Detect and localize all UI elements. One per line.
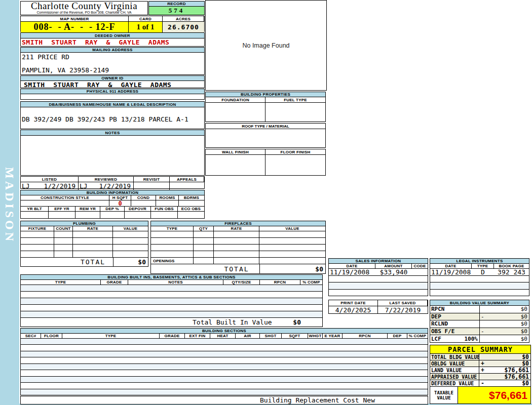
section-empty-row — [21, 357, 428, 363]
card-value: 1 of 1 — [129, 22, 163, 32]
built-ins-total-row: Total Built In Value $0 — [21, 318, 322, 327]
cond-value — [131, 200, 156, 206]
fireplaces-empty-row — [151, 238, 325, 245]
dep-value — [100, 212, 125, 218]
wall-floor-finish-box: WALL FINISH FLOOR FINISH — [205, 149, 326, 176]
rooms-value — [156, 200, 179, 206]
instrument-type: D — [472, 268, 494, 276]
effyr-value — [49, 212, 75, 218]
shgt-col: SHGT — [260, 334, 282, 339]
legal-description-label: DBA/BUISNESS NAME/HOUSE NAME & LEGAL DES… — [21, 102, 204, 107]
plumbing-empty-row — [21, 238, 148, 245]
plumbing-empty-row — [21, 245, 148, 251]
plumbing-empty-row — [21, 231, 148, 238]
map-card-acres-table: MAP NUMBER CARD ACRES 008- - A- - - 12-F… — [20, 16, 205, 32]
fireplaces-title: FIREPLACES — [151, 221, 325, 226]
deeded-owner-box: DEEDED OWNER SMITH STUART RAY & GAYLE AD… — [20, 32, 205, 47]
no-image-text: No Image Found — [242, 42, 289, 49]
replacement-cost-row: Building Replacement Cost New — [20, 396, 428, 404]
plumbing-total-label: TOTAL — [73, 258, 113, 266]
comp-col: % COMP — [300, 280, 322, 285]
section-empty-row — [21, 370, 428, 376]
fireplaces-table: FIREPLACES TYPE QTY RATE VALUE OPENINGS … — [150, 221, 326, 274]
owner-id-label: OWNER ID — [21, 76, 204, 81]
depovr-value — [125, 212, 151, 218]
dep-col: DEP — [388, 334, 407, 339]
parcel-row-taxable: TAXABLE VALUE $76,661 — [430, 387, 530, 403]
built-ins-table: BUILDING BUILT INS, BASEMENTS, ATTICS & … — [20, 274, 323, 327]
code-col: CODE — [412, 264, 428, 269]
obs-value: $0 — [521, 328, 529, 335]
bvs-row-dep: DEP -$0 — [430, 313, 529, 321]
reviewed-by: LJ — [80, 182, 88, 190]
land-op: + — [479, 367, 486, 374]
property-image-panel: No Image Found — [205, 0, 327, 91]
section-empty-row — [21, 339, 428, 345]
openings-label: OPENINGS — [151, 258, 194, 264]
built-ins-title: BUILDING BUILT INS, BASEMENTS, ATTICS & … — [21, 275, 322, 280]
sales-data-row: 11/19/2008 $33,940 — [329, 269, 428, 276]
building-properties-title: BUILDING PROPERTIES — [206, 92, 325, 97]
listed-by: LJ — [22, 182, 30, 190]
rpcn-value: $0 — [521, 306, 529, 312]
bvs-row-obs: OBS F/E -$0 — [430, 328, 529, 336]
wall-floor-values — [206, 155, 325, 175]
record-label: RECORD — [149, 2, 204, 7]
fireplaces-total-row: TOTAL $0 — [151, 264, 325, 273]
taxable-label: TAXABLE VALUE — [430, 387, 458, 403]
rclnd-label: RCLND — [431, 320, 448, 327]
notes-col: NOTES — [128, 280, 223, 285]
record-value: 574 — [149, 7, 204, 15]
last-saved-label: LAST SAVED — [378, 300, 428, 306]
sales-information-table: SALES INFORMATION DATE AMOUNT CODE 11/19… — [328, 258, 428, 296]
parcel-summary-table: PARCEL SUMMARY TOTAL BLDG VALUE $0 OBLDG… — [430, 345, 531, 404]
deeded-owner-value: SMITH STUART RAY & GAYLE ADAMS — [21, 38, 204, 46]
cond-label: COND — [131, 195, 156, 200]
extfin-col: EXT FIN — [185, 334, 210, 339]
plumbing-total-row: TOTAL $0 — [21, 258, 148, 266]
eyear-col: E YEAR — [323, 334, 343, 339]
legal-description-box: DBA/BUISNESS NAME/HOUSE NAME & LEGAL DES… — [20, 101, 205, 129]
taxable-value: $76,661 — [489, 389, 530, 401]
whgt-col: WHGT — [308, 334, 323, 339]
county-watermark: MADISON — [3, 167, 16, 244]
built-ins-empty-row — [21, 285, 322, 292]
heat-col: HEAT — [210, 334, 236, 339]
built-ins-empty-row — [21, 305, 322, 311]
section-empty-row — [21, 345, 428, 351]
total-bldg-value: $0 — [522, 353, 530, 360]
built-ins-empty-row — [21, 292, 322, 298]
rpcn-col: RPCN — [260, 280, 300, 285]
lcf-label: LCF — [431, 336, 441, 342]
deferred-op: - — [479, 380, 486, 387]
owner-id-box: OWNER ID SMITH STUART RAY & GAYLE ADAMS — [20, 75, 205, 88]
county-header: Charlotte County Virginia Commissioner o… — [20, 1, 148, 15]
yrblt-label: YR BLT — [21, 207, 49, 212]
section-empty-row — [21, 351, 428, 357]
mailing-address-box: MAILING ADDRESS 211 PRICE RD PAMPLIN, VA… — [20, 47, 205, 75]
obldg-label: OBLDG VALUE — [430, 360, 479, 367]
reviewed-date: 1/2/2019 — [99, 182, 131, 190]
bvs-row-rpcn: RPCN $0 — [430, 306, 529, 313]
dep-value: $0 — [521, 313, 529, 320]
effyr-label: EFF YR — [49, 207, 75, 212]
county-subtitle: Commissioner of the Revenue, PO Box 308,… — [21, 11, 147, 14]
appraised-label: APPRAISED VALUE — [430, 374, 479, 380]
value-col: VALUE — [113, 226, 148, 231]
yrblt-value — [21, 212, 49, 218]
sqft-col: SQFT — [282, 334, 308, 339]
legal-data-row: 11/19/2008 D 392 243 — [430, 269, 529, 276]
plumbing-total-value: $0 — [113, 258, 148, 266]
card-label: CARD — [129, 16, 163, 22]
bdrms-value — [179, 200, 204, 206]
qty-size-col: QTY/SIZE — [223, 280, 260, 285]
instrument-book-page: 392 243 — [494, 268, 529, 276]
appeals-cell — [170, 182, 204, 190]
building-information-table: BUILDING INFORMATION CONSTRUCTION STYLE … — [20, 190, 205, 219]
ecoobs-value — [178, 212, 204, 218]
plumbing-table: PLUMBING FIXTURE COUNT RATE VALUE TOTAL … — [20, 221, 148, 267]
acres-value: 26.6700 — [163, 22, 204, 32]
rate-col: RATE — [214, 226, 259, 231]
roof-type-box: ROOF TYPE / MATERIAL — [205, 123, 326, 148]
floor-finish-label: FLOOR FINISH — [265, 149, 325, 155]
